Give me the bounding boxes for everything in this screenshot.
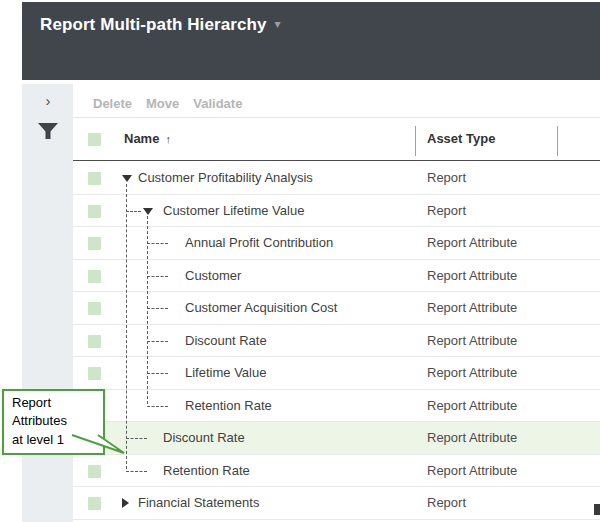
asset-type: Report Attribute — [427, 398, 517, 413]
filter-funnel-icon[interactable] — [37, 122, 59, 142]
select-all-checkbox[interactable] — [88, 133, 101, 146]
expand-node-icon[interactable] — [122, 498, 129, 508]
annotation-line2: at level 1 — [12, 431, 99, 449]
table-row[interactable]: Customer Lifetime ValueReport — [73, 195, 600, 228]
asset-name[interactable]: Lifetime Value — [185, 365, 266, 380]
page-edge-artifact — [594, 504, 600, 515]
asset-name[interactable]: Customer Profitability Analysis — [138, 170, 313, 185]
tree-branch-connector — [147, 341, 168, 342]
column-header-name[interactable]: Name↑ — [124, 131, 171, 146]
toolbar-button-move[interactable]: Move — [146, 96, 179, 111]
table-row[interactable]: Annual Profit ContributionReport Attribu… — [73, 227, 600, 260]
asset-type: Report Attribute — [427, 333, 517, 348]
toolbar-button-delete[interactable]: Delete — [93, 96, 132, 111]
column-header-asset-type[interactable]: Asset Type — [427, 131, 495, 146]
page-title: Report Multi-path Hierarchy — [40, 15, 267, 35]
row-checkbox[interactable] — [88, 172, 101, 185]
row-checkbox[interactable] — [88, 237, 101, 250]
table-row[interactable]: Customer Acquisition CostReport Attribut… — [73, 292, 600, 325]
asset-name[interactable]: Financial Statements — [138, 495, 259, 510]
table-header: Name↑ Asset Type — [73, 118, 600, 161]
asset-name[interactable]: Customer Acquisition Cost — [185, 300, 337, 315]
asset-type: Report Attribute — [427, 235, 517, 250]
row-checkbox[interactable] — [88, 465, 101, 478]
table-row[interactable]: Retention RateReport Attribute — [73, 390, 600, 423]
toolbar-button-validate[interactable]: Validate — [193, 96, 242, 111]
expand-panel-button[interactable]: › — [37, 90, 59, 112]
tree-branch-connector — [126, 471, 147, 472]
tree-branch-connector — [126, 211, 141, 212]
asset-name[interactable]: Discount Rate — [185, 333, 267, 348]
table-row[interactable]: Lifetime ValueReport Attribute — [73, 357, 600, 390]
row-checkbox[interactable] — [88, 302, 101, 315]
toolbar: DeleteMoveValidate — [93, 90, 242, 116]
tree-branch-connector — [147, 373, 168, 374]
column-resize-handle[interactable] — [557, 126, 558, 156]
collapse-node-icon[interactable] — [143, 208, 153, 215]
asset-type: Report Attribute — [427, 365, 517, 380]
row-checkbox[interactable] — [88, 205, 101, 218]
asset-type: Report Attribute — [427, 463, 517, 478]
asset-name[interactable]: Retention Rate — [185, 398, 272, 413]
column-resize-handle[interactable] — [415, 126, 416, 156]
table-row[interactable]: Financial StatementsReport — [73, 487, 600, 520]
asset-name[interactable]: Customer Lifetime Value — [163, 203, 304, 218]
asset-name[interactable]: Retention Rate — [163, 463, 250, 478]
asset-type: Report — [427, 170, 466, 185]
asset-type: Report Attribute — [427, 300, 517, 315]
tree-branch-connector — [126, 438, 147, 439]
table-row[interactable]: Customer Profitability AnalysisReport — [73, 162, 600, 195]
asset-name[interactable]: Discount Rate — [163, 430, 245, 445]
asset-type: Report — [427, 495, 466, 510]
asset-name[interactable]: Annual Profit Contribution — [185, 235, 333, 250]
collapse-node-icon[interactable] — [122, 175, 132, 182]
asset-type: Report Attribute — [427, 268, 517, 283]
annotation-callout: Report Attributes at level 1 — [2, 389, 105, 455]
annotation-line1: Report Attributes — [12, 394, 99, 431]
title-dropdown-caret-icon[interactable]: ▾ — [275, 17, 281, 31]
row-checkbox[interactable] — [88, 497, 101, 510]
asset-type: Report Attribute — [427, 430, 517, 445]
app-header: Report Multi-path Hierarchy ▾ — [22, 2, 600, 80]
asset-type: Report — [427, 203, 466, 218]
table-header-border — [73, 160, 600, 161]
tree-branch-connector — [147, 406, 168, 407]
table-row[interactable]: Discount RateReport Attribute — [73, 422, 600, 455]
row-checkbox[interactable] — [88, 335, 101, 348]
asset-tree-table: Customer Profitability AnalysisReportCus… — [73, 162, 600, 520]
asset-name[interactable]: Customer — [185, 268, 241, 283]
row-checkbox[interactable] — [88, 367, 101, 380]
row-checkbox[interactable] — [88, 270, 101, 283]
sort-ascending-icon[interactable]: ↑ — [165, 133, 171, 145]
table-row[interactable]: Discount RateReport Attribute — [73, 325, 600, 358]
table-row[interactable]: CustomerReport Attribute — [73, 260, 600, 293]
left-rail: › — [22, 84, 73, 522]
tree-branch-connector — [147, 308, 168, 309]
tree-branch-connector — [147, 243, 168, 244]
tree-branch-connector — [147, 276, 168, 277]
table-row[interactable]: Retention RateReport Attribute — [73, 455, 600, 488]
